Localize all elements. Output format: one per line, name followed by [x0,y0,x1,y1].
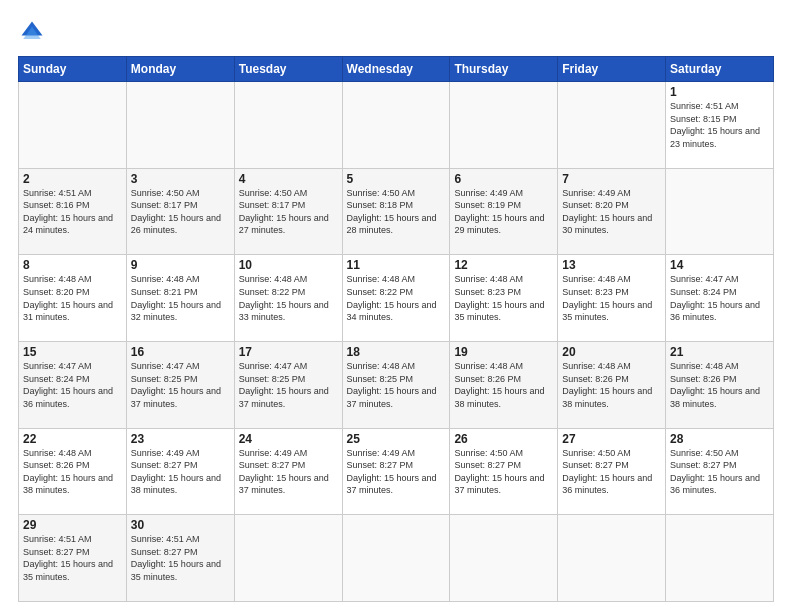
day-number: 21 [670,345,769,359]
day-number: 1 [670,85,769,99]
calendar-day-cell: 7Sunrise: 4:49 AMSunset: 8:20 PMDaylight… [558,168,666,255]
calendar-week-row: 29Sunrise: 4:51 AMSunset: 8:27 PMDayligh… [19,515,774,602]
calendar-day-cell: 18Sunrise: 4:48 AMSunset: 8:25 PMDayligh… [342,341,450,428]
day-info: Sunrise: 4:48 AMSunset: 8:23 PMDaylight:… [454,274,544,322]
day-number: 29 [23,518,122,532]
calendar-week-row: 2Sunrise: 4:51 AMSunset: 8:16 PMDaylight… [19,168,774,255]
calendar-day-cell: 9Sunrise: 4:48 AMSunset: 8:21 PMDaylight… [126,255,234,342]
calendar-day-cell [126,82,234,169]
day-info: Sunrise: 4:47 AMSunset: 8:24 PMDaylight:… [23,361,113,409]
day-number: 25 [347,432,446,446]
calendar-header-row: SundayMondayTuesdayWednesdayThursdayFrid… [19,57,774,82]
day-number: 12 [454,258,553,272]
calendar-day-cell [666,168,774,255]
day-info: Sunrise: 4:51 AMSunset: 8:15 PMDaylight:… [670,101,760,149]
day-info: Sunrise: 4:48 AMSunset: 8:26 PMDaylight:… [454,361,544,409]
calendar-day-header: Friday [558,57,666,82]
day-number: 9 [131,258,230,272]
calendar-day-cell [342,515,450,602]
day-number: 27 [562,432,661,446]
calendar-day-cell: 1Sunrise: 4:51 AMSunset: 8:15 PMDaylight… [666,82,774,169]
day-number: 5 [347,172,446,186]
calendar-week-row: 1Sunrise: 4:51 AMSunset: 8:15 PMDaylight… [19,82,774,169]
calendar-day-cell: 14Sunrise: 4:47 AMSunset: 8:24 PMDayligh… [666,255,774,342]
calendar-day-header: Thursday [450,57,558,82]
day-number: 15 [23,345,122,359]
calendar-day-cell: 22Sunrise: 4:48 AMSunset: 8:26 PMDayligh… [19,428,127,515]
day-number: 7 [562,172,661,186]
day-number: 16 [131,345,230,359]
logo [18,18,50,46]
day-number: 20 [562,345,661,359]
calendar-day-header: Sunday [19,57,127,82]
day-number: 28 [670,432,769,446]
day-info: Sunrise: 4:49 AMSunset: 8:19 PMDaylight:… [454,188,544,236]
calendar-day-cell: 20Sunrise: 4:48 AMSunset: 8:26 PMDayligh… [558,341,666,428]
day-number: 19 [454,345,553,359]
day-number: 18 [347,345,446,359]
day-number: 24 [239,432,338,446]
header [18,18,774,46]
day-info: Sunrise: 4:47 AMSunset: 8:24 PMDaylight:… [670,274,760,322]
calendar-day-header: Monday [126,57,234,82]
day-info: Sunrise: 4:49 AMSunset: 8:27 PMDaylight:… [131,448,221,496]
calendar-day-cell: 19Sunrise: 4:48 AMSunset: 8:26 PMDayligh… [450,341,558,428]
calendar-day-cell: 28Sunrise: 4:50 AMSunset: 8:27 PMDayligh… [666,428,774,515]
calendar-day-cell: 16Sunrise: 4:47 AMSunset: 8:25 PMDayligh… [126,341,234,428]
calendar-day-cell: 25Sunrise: 4:49 AMSunset: 8:27 PMDayligh… [342,428,450,515]
day-info: Sunrise: 4:48 AMSunset: 8:20 PMDaylight:… [23,274,113,322]
page: SundayMondayTuesdayWednesdayThursdayFrid… [0,0,792,612]
day-info: Sunrise: 4:49 AMSunset: 8:20 PMDaylight:… [562,188,652,236]
day-info: Sunrise: 4:48 AMSunset: 8:22 PMDaylight:… [347,274,437,322]
day-info: Sunrise: 4:48 AMSunset: 8:23 PMDaylight:… [562,274,652,322]
calendar-day-cell [666,515,774,602]
day-info: Sunrise: 4:48 AMSunset: 8:21 PMDaylight:… [131,274,221,322]
day-number: 13 [562,258,661,272]
day-number: 2 [23,172,122,186]
logo-icon [18,18,46,46]
day-info: Sunrise: 4:48 AMSunset: 8:25 PMDaylight:… [347,361,437,409]
day-number: 8 [23,258,122,272]
calendar-day-cell: 6Sunrise: 4:49 AMSunset: 8:19 PMDaylight… [450,168,558,255]
calendar-day-cell [234,82,342,169]
calendar-day-cell: 27Sunrise: 4:50 AMSunset: 8:27 PMDayligh… [558,428,666,515]
calendar-week-row: 8Sunrise: 4:48 AMSunset: 8:20 PMDaylight… [19,255,774,342]
calendar-week-row: 15Sunrise: 4:47 AMSunset: 8:24 PMDayligh… [19,341,774,428]
calendar-day-cell: 30Sunrise: 4:51 AMSunset: 8:27 PMDayligh… [126,515,234,602]
calendar-day-cell: 13Sunrise: 4:48 AMSunset: 8:23 PMDayligh… [558,255,666,342]
calendar-day-cell [558,82,666,169]
day-info: Sunrise: 4:50 AMSunset: 8:27 PMDaylight:… [670,448,760,496]
calendar-day-cell: 4Sunrise: 4:50 AMSunset: 8:17 PMDaylight… [234,168,342,255]
day-info: Sunrise: 4:47 AMSunset: 8:25 PMDaylight:… [131,361,221,409]
calendar-day-cell: 17Sunrise: 4:47 AMSunset: 8:25 PMDayligh… [234,341,342,428]
calendar-day-cell [450,515,558,602]
day-info: Sunrise: 4:51 AMSunset: 8:27 PMDaylight:… [131,534,221,582]
day-number: 26 [454,432,553,446]
day-info: Sunrise: 4:50 AMSunset: 8:17 PMDaylight:… [239,188,329,236]
calendar-day-cell [558,515,666,602]
day-number: 4 [239,172,338,186]
calendar-day-cell: 11Sunrise: 4:48 AMSunset: 8:22 PMDayligh… [342,255,450,342]
day-number: 17 [239,345,338,359]
day-info: Sunrise: 4:49 AMSunset: 8:27 PMDaylight:… [347,448,437,496]
calendar-day-cell [450,82,558,169]
calendar-day-header: Saturday [666,57,774,82]
day-number: 3 [131,172,230,186]
calendar-day-cell: 10Sunrise: 4:48 AMSunset: 8:22 PMDayligh… [234,255,342,342]
calendar-day-cell: 5Sunrise: 4:50 AMSunset: 8:18 PMDaylight… [342,168,450,255]
day-number: 23 [131,432,230,446]
day-number: 11 [347,258,446,272]
calendar-day-cell: 12Sunrise: 4:48 AMSunset: 8:23 PMDayligh… [450,255,558,342]
calendar-day-cell [19,82,127,169]
calendar-day-cell [234,515,342,602]
day-info: Sunrise: 4:48 AMSunset: 8:26 PMDaylight:… [23,448,113,496]
calendar-day-cell: 15Sunrise: 4:47 AMSunset: 8:24 PMDayligh… [19,341,127,428]
calendar-day-cell: 23Sunrise: 4:49 AMSunset: 8:27 PMDayligh… [126,428,234,515]
day-info: Sunrise: 4:47 AMSunset: 8:25 PMDaylight:… [239,361,329,409]
calendar-day-cell [342,82,450,169]
day-number: 10 [239,258,338,272]
day-info: Sunrise: 4:48 AMSunset: 8:26 PMDaylight:… [670,361,760,409]
day-info: Sunrise: 4:51 AMSunset: 8:16 PMDaylight:… [23,188,113,236]
day-info: Sunrise: 4:49 AMSunset: 8:27 PMDaylight:… [239,448,329,496]
calendar-day-header: Wednesday [342,57,450,82]
